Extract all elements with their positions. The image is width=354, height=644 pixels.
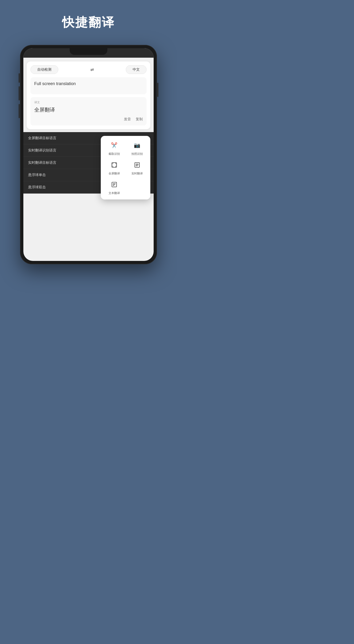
copy-button[interactable]: 复制 xyxy=(136,117,143,122)
realtime-icon xyxy=(132,160,142,170)
translation-input-area[interactable]: Full screen translation xyxy=(30,77,147,94)
photo-icon: 📷 xyxy=(132,140,142,150)
photo-label: 拍照识别 xyxy=(132,152,143,156)
volume-silent-button xyxy=(19,73,20,83)
phone-frame: 自动检测 ⇌ 中文 Full screen translation 译文 全屏翻… xyxy=(20,45,157,264)
quick-item-capture[interactable]: ✂️ 截取识别 xyxy=(105,140,124,156)
quick-item-photo[interactable]: 📷 拍照识别 xyxy=(127,140,147,156)
settings-label-realtime-source: 实时翻译识别语言 xyxy=(28,148,56,153)
language-bar: 自动检测 ⇌ 中文 xyxy=(30,65,147,74)
quick-action-menu: ✂️ 截取识别 📷 拍照识别 全屏翻译 xyxy=(101,136,150,200)
output-actions: 发音 复制 xyxy=(34,117,143,122)
capture-label: 截取识别 xyxy=(109,152,120,156)
pronounce-button[interactable]: 发音 xyxy=(124,117,131,122)
phone-notch xyxy=(70,48,107,55)
settings-label-float-single: 悬浮球单击 xyxy=(28,173,46,177)
source-text: Full screen translation xyxy=(34,80,143,87)
quick-item-realtime[interactable]: 实时翻译 xyxy=(127,160,147,176)
quick-item-fullscreen[interactable]: 全屏翻译 xyxy=(105,160,124,176)
phone-screen: 自动检测 ⇌ 中文 Full screen translation 译文 全屏翻… xyxy=(23,48,154,261)
svg-rect-0 xyxy=(112,162,117,167)
settings-label-realtime-target: 实时翻译目标语言 xyxy=(28,160,56,165)
text-icon xyxy=(109,179,119,190)
volume-down-button xyxy=(19,104,20,118)
swap-languages-icon[interactable]: ⇌ xyxy=(90,67,94,72)
phone-mockup: 自动检测 ⇌ 中文 Full screen translation 译文 全屏翻… xyxy=(20,45,157,264)
output-label: 译文 xyxy=(34,100,143,104)
fullscreen-label: 全屏翻译 xyxy=(109,172,120,176)
fullscreen-icon xyxy=(109,160,119,170)
settings-label-float-double: 悬浮球双击 xyxy=(28,185,46,190)
volume-up-button xyxy=(19,86,20,100)
quick-item-text[interactable]: 文本翻译 xyxy=(105,179,124,195)
text-label: 文本翻译 xyxy=(109,191,120,195)
settings-label-fullscreen-target: 全屏翻译目标语言 xyxy=(28,136,56,140)
translation-output-area: 译文 全屏翻译 发音 复制 xyxy=(30,97,147,126)
target-language-button[interactable]: 中文 xyxy=(126,65,147,74)
translation-card: 自动检测 ⇌ 中文 Full screen translation 译文 全屏翻… xyxy=(27,62,150,129)
capture-icon: ✂️ xyxy=(109,140,119,150)
realtime-label: 实时翻译 xyxy=(132,172,143,176)
power-button xyxy=(157,83,158,97)
page-title: 快捷翻译 xyxy=(62,14,115,31)
source-language-button[interactable]: 自动检测 xyxy=(30,65,58,74)
translated-text: 全屏翻译 xyxy=(34,106,143,114)
